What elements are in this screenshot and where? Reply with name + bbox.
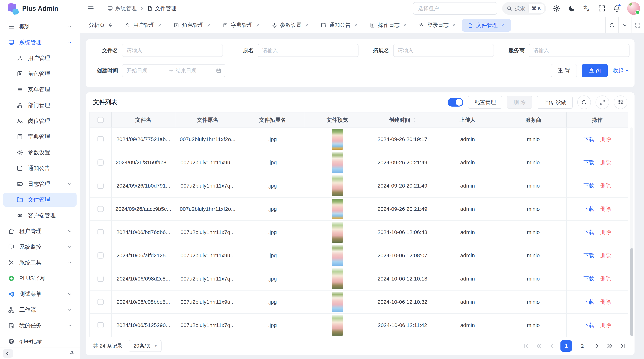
brand[interactable]: Plus Admin xyxy=(0,0,80,17)
upload-button[interactable]: 上传 没做 xyxy=(537,96,572,109)
row-checkbox[interactable] xyxy=(98,276,104,282)
close-icon[interactable] xyxy=(402,23,407,27)
sidebar-item[interactable]: 工作流 xyxy=(3,303,76,317)
delete-link[interactable]: 删除 xyxy=(600,229,611,236)
sidebar-item[interactable]: 通知公告 xyxy=(3,161,76,175)
close-icon[interactable] xyxy=(206,23,211,27)
menu-toggle-icon[interactable] xyxy=(87,5,94,12)
close-icon[interactable] xyxy=(500,23,505,28)
sidebar-item[interactable]: 参数设置 xyxy=(3,146,76,159)
row-checkbox[interactable] xyxy=(98,183,104,189)
date-range-input[interactable]: 开始日期 结束日期 xyxy=(122,64,226,77)
close-icon[interactable] xyxy=(354,23,358,27)
sort-control[interactable] xyxy=(412,117,416,123)
first-page-button[interactable] xyxy=(522,340,530,352)
delete-link[interactable]: 删除 xyxy=(600,205,611,213)
refresh-tab-button[interactable] xyxy=(605,17,618,33)
filter-input[interactable] xyxy=(393,44,494,57)
page-tab[interactable]: 角色管理 xyxy=(168,17,217,33)
next-page-button[interactable] xyxy=(593,340,601,352)
preview-image[interactable] xyxy=(332,268,343,289)
breadcrumb-item[interactable]: 系统管理 xyxy=(100,5,137,12)
prev-page-button[interactable] xyxy=(548,340,556,352)
row-checkbox[interactable] xyxy=(98,159,104,166)
download-link[interactable]: 下载 xyxy=(584,182,594,190)
query-button[interactable]: 查 询 xyxy=(582,64,608,77)
last-page-button[interactable] xyxy=(618,340,627,352)
download-link[interactable]: 下载 xyxy=(584,205,594,213)
download-link[interactable]: 下载 xyxy=(584,159,594,166)
close-icon[interactable] xyxy=(304,23,309,27)
dark-mode-button[interactable] xyxy=(568,4,576,12)
content-fullscreen-button[interactable] xyxy=(631,17,644,33)
filter-input[interactable] xyxy=(528,44,630,57)
jump-forward-button[interactable] xyxy=(606,340,614,352)
config-manage-button[interactable]: 配置管理 xyxy=(468,96,502,109)
scrollbar-thumb[interactable] xyxy=(630,248,633,336)
page-tab[interactable]: 文件管理 xyxy=(462,19,511,32)
pin-icon[interactable] xyxy=(69,351,75,356)
filter-input[interactable] xyxy=(258,44,358,57)
sidebar-item[interactable]: 用户管理 xyxy=(3,51,76,65)
row-checkbox[interactable] xyxy=(98,229,104,235)
sidebar-item[interactable]: 测试菜单 xyxy=(3,287,76,301)
delete-link[interactable]: 删除 xyxy=(600,182,611,190)
preview-image[interactable] xyxy=(332,315,343,336)
sidebar-item[interactable]: 角色管理 xyxy=(3,67,76,81)
preview-image[interactable] xyxy=(332,129,343,150)
notifications-button[interactable] xyxy=(613,4,621,12)
sidebar-item[interactable]: gitee记录 xyxy=(3,334,76,348)
row-checkbox[interactable] xyxy=(98,299,104,305)
sidebar-collapse-button[interactable] xyxy=(3,349,13,358)
page-tab[interactable]: 字典管理 xyxy=(217,17,266,33)
row-checkbox[interactable] xyxy=(98,322,104,328)
table-fullscreen-button[interactable] xyxy=(596,95,609,109)
delete-link[interactable]: 删除 xyxy=(600,275,611,283)
row-checkbox[interactable] xyxy=(98,136,104,142)
page-number-button[interactable]: 1 xyxy=(560,340,572,352)
delete-link[interactable]: 删除 xyxy=(600,136,611,143)
sidebar-item[interactable]: 部门管理 xyxy=(3,98,76,112)
delete-link[interactable]: 删除 xyxy=(600,322,611,329)
delete-link[interactable]: 删除 xyxy=(600,298,611,306)
download-link[interactable]: 下载 xyxy=(584,229,594,236)
delete-link[interactable]: 删除 xyxy=(600,252,611,259)
jump-back-button[interactable] xyxy=(535,340,543,352)
page-tab[interactable]: 用户管理 xyxy=(119,17,168,33)
sidebar-item[interactable]: 岗位管理 xyxy=(3,114,76,128)
page-tab[interactable]: 操作日志 xyxy=(364,17,413,33)
sidebar-item[interactable]: 系统管理 xyxy=(3,35,76,49)
sidebar-item[interactable]: 系统工具 xyxy=(3,256,76,270)
collapse-filters-link[interactable]: 收起 xyxy=(613,67,630,74)
row-checkbox[interactable] xyxy=(98,252,104,259)
preview-image[interactable] xyxy=(332,199,343,219)
fullscreen-button[interactable] xyxy=(598,4,606,12)
language-button[interactable] xyxy=(583,4,591,12)
sidebar-item[interactable]: 日志管理 xyxy=(3,177,76,191)
settings-button[interactable] xyxy=(553,4,561,12)
select-all-checkbox[interactable] xyxy=(98,117,104,123)
search-visibility-toggle[interactable] xyxy=(448,98,463,107)
global-search-button[interactable]: 搜索 ⌘ K xyxy=(502,2,546,15)
download-link[interactable]: 下载 xyxy=(584,298,594,306)
download-link[interactable]: 下载 xyxy=(584,252,594,259)
preview-image[interactable] xyxy=(332,245,343,266)
close-icon[interactable] xyxy=(158,23,162,27)
delete-link[interactable]: 删除 xyxy=(600,159,611,166)
sidebar-item[interactable]: 文件管理 xyxy=(3,193,76,207)
pin-icon[interactable] xyxy=(108,22,113,28)
close-icon[interactable] xyxy=(256,23,260,27)
sidebar-item[interactable]: 系统监控 xyxy=(3,240,76,254)
page-size-select[interactable]: 20条/页 ▼ xyxy=(129,340,161,352)
page-tab[interactable]: 参数设置 xyxy=(266,17,315,33)
refresh-table-button[interactable] xyxy=(577,95,591,109)
delete-button[interactable]: 删 除 xyxy=(507,96,532,109)
sidebar-item[interactable]: 我的任务 xyxy=(3,319,76,333)
tab-menu-button[interactable] xyxy=(618,17,631,33)
tenant-select-input[interactable] xyxy=(413,2,497,15)
breadcrumb-item[interactable]: 文件管理 xyxy=(140,5,176,12)
user-avatar[interactable] xyxy=(627,2,640,15)
download-link[interactable]: 下载 xyxy=(584,136,594,143)
close-icon[interactable] xyxy=(452,23,456,27)
sidebar-item[interactable]: 客户端管理 xyxy=(3,208,76,222)
